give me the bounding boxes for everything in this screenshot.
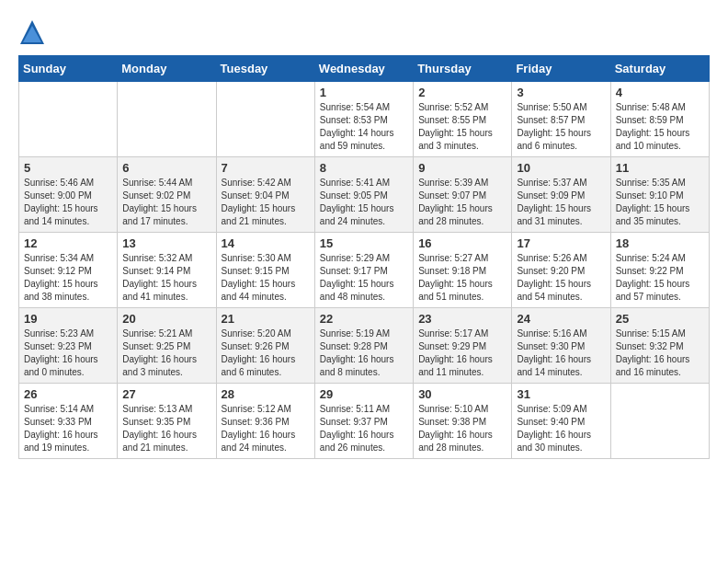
day-info: Sunrise: 5:30 AM Sunset: 9:15 PM Dayligh… bbox=[222, 252, 310, 304]
day-number: 3 bbox=[517, 86, 605, 99]
calendar-header-row: SundayMondayTuesdayWednesdayThursdayFrid… bbox=[19, 56, 710, 82]
day-info: Sunrise: 5:26 AM Sunset: 9:20 PM Dayligh… bbox=[517, 252, 605, 304]
calendar-cell bbox=[216, 82, 314, 157]
logo-icon bbox=[18, 18, 46, 46]
calendar-cell: 24Sunrise: 5:16 AM Sunset: 9:30 PM Dayli… bbox=[512, 308, 610, 384]
day-number: 29 bbox=[320, 387, 408, 401]
calendar-week-row: 26Sunrise: 5:14 AM Sunset: 9:33 PM Dayli… bbox=[19, 384, 710, 459]
day-info: Sunrise: 5:52 AM Sunset: 8:55 PM Dayligh… bbox=[418, 101, 506, 153]
calendar-cell: 28Sunrise: 5:12 AM Sunset: 9:36 PM Dayli… bbox=[216, 384, 314, 459]
day-info: Sunrise: 5:50 AM Sunset: 8:57 PM Dayligh… bbox=[517, 101, 605, 153]
day-number: 4 bbox=[616, 86, 704, 99]
calendar-cell bbox=[118, 82, 216, 157]
calendar-table: SundayMondayTuesdayWednesdayThursdayFrid… bbox=[18, 55, 710, 459]
calendar-cell: 23Sunrise: 5:17 AM Sunset: 9:29 PM Dayli… bbox=[414, 308, 512, 384]
day-number: 6 bbox=[122, 161, 210, 175]
day-number: 2 bbox=[418, 86, 506, 99]
day-number: 1 bbox=[320, 86, 408, 99]
col-header-monday: Monday bbox=[118, 56, 216, 82]
calendar-cell: 9Sunrise: 5:39 AM Sunset: 9:07 PM Daylig… bbox=[414, 157, 512, 233]
day-info: Sunrise: 5:35 AM Sunset: 9:10 PM Dayligh… bbox=[616, 177, 704, 228]
calendar-cell bbox=[19, 82, 118, 157]
col-header-friday: Friday bbox=[512, 56, 610, 82]
calendar-week-row: 5Sunrise: 5:46 AM Sunset: 9:00 PM Daylig… bbox=[19, 157, 710, 233]
day-number: 12 bbox=[24, 236, 112, 250]
calendar-cell bbox=[610, 384, 709, 459]
day-number: 25 bbox=[616, 312, 704, 326]
calendar-cell: 12Sunrise: 5:34 AM Sunset: 9:12 PM Dayli… bbox=[19, 233, 118, 308]
calendar-cell: 6Sunrise: 5:44 AM Sunset: 9:02 PM Daylig… bbox=[118, 157, 216, 233]
day-number: 15 bbox=[320, 236, 408, 250]
day-info: Sunrise: 5:42 AM Sunset: 9:04 PM Dayligh… bbox=[222, 177, 310, 228]
day-number: 28 bbox=[222, 387, 310, 401]
calendar-cell: 19Sunrise: 5:23 AM Sunset: 9:23 PM Dayli… bbox=[19, 308, 118, 384]
day-info: Sunrise: 5:16 AM Sunset: 9:30 PM Dayligh… bbox=[517, 327, 605, 379]
day-number: 13 bbox=[122, 236, 210, 250]
day-number: 7 bbox=[222, 161, 310, 175]
col-header-wednesday: Wednesday bbox=[314, 56, 413, 82]
calendar-cell: 15Sunrise: 5:29 AM Sunset: 9:17 PM Dayli… bbox=[314, 233, 413, 308]
day-number: 21 bbox=[222, 312, 310, 326]
day-info: Sunrise: 5:12 AM Sunset: 9:36 PM Dayligh… bbox=[222, 403, 310, 454]
calendar-cell: 31Sunrise: 5:09 AM Sunset: 9:40 PM Dayli… bbox=[512, 384, 610, 459]
day-number: 24 bbox=[517, 312, 605, 326]
calendar-cell: 25Sunrise: 5:15 AM Sunset: 9:32 PM Dayli… bbox=[610, 308, 709, 384]
day-number: 9 bbox=[418, 161, 506, 175]
day-info: Sunrise: 5:27 AM Sunset: 9:18 PM Dayligh… bbox=[418, 252, 506, 304]
day-info: Sunrise: 5:34 AM Sunset: 9:12 PM Dayligh… bbox=[24, 252, 112, 304]
day-info: Sunrise: 5:11 AM Sunset: 9:37 PM Dayligh… bbox=[320, 403, 408, 454]
day-number: 5 bbox=[24, 161, 112, 175]
calendar-cell: 2Sunrise: 5:52 AM Sunset: 8:55 PM Daylig… bbox=[414, 82, 512, 157]
day-info: Sunrise: 5:17 AM Sunset: 9:29 PM Dayligh… bbox=[418, 327, 506, 379]
day-info: Sunrise: 5:24 AM Sunset: 9:22 PM Dayligh… bbox=[616, 252, 704, 304]
calendar-cell: 3Sunrise: 5:50 AM Sunset: 8:57 PM Daylig… bbox=[512, 82, 610, 157]
day-info: Sunrise: 5:09 AM Sunset: 9:40 PM Dayligh… bbox=[517, 403, 605, 454]
day-number: 8 bbox=[320, 161, 408, 175]
col-header-thursday: Thursday bbox=[414, 56, 512, 82]
calendar-cell: 14Sunrise: 5:30 AM Sunset: 9:15 PM Dayli… bbox=[216, 233, 314, 308]
calendar-cell: 7Sunrise: 5:42 AM Sunset: 9:04 PM Daylig… bbox=[216, 157, 314, 233]
calendar-cell: 16Sunrise: 5:27 AM Sunset: 9:18 PM Dayli… bbox=[414, 233, 512, 308]
calendar-cell: 30Sunrise: 5:10 AM Sunset: 9:38 PM Dayli… bbox=[414, 384, 512, 459]
day-number: 10 bbox=[517, 161, 605, 175]
day-info: Sunrise: 5:14 AM Sunset: 9:33 PM Dayligh… bbox=[24, 403, 112, 454]
day-info: Sunrise: 5:13 AM Sunset: 9:35 PM Dayligh… bbox=[122, 403, 210, 454]
day-info: Sunrise: 5:41 AM Sunset: 9:05 PM Dayligh… bbox=[320, 177, 408, 228]
calendar-cell: 4Sunrise: 5:48 AM Sunset: 8:59 PM Daylig… bbox=[610, 82, 709, 157]
day-number: 30 bbox=[418, 387, 506, 401]
day-number: 20 bbox=[122, 312, 210, 326]
day-number: 19 bbox=[24, 312, 112, 326]
day-info: Sunrise: 5:20 AM Sunset: 9:26 PM Dayligh… bbox=[222, 327, 310, 379]
calendar-cell: 21Sunrise: 5:20 AM Sunset: 9:26 PM Dayli… bbox=[216, 308, 314, 384]
calendar-cell: 22Sunrise: 5:19 AM Sunset: 9:28 PM Dayli… bbox=[314, 308, 413, 384]
col-header-tuesday: Tuesday bbox=[216, 56, 314, 82]
day-info: Sunrise: 5:54 AM Sunset: 8:53 PM Dayligh… bbox=[320, 101, 408, 153]
calendar-cell: 26Sunrise: 5:14 AM Sunset: 9:33 PM Dayli… bbox=[19, 384, 118, 459]
logo bbox=[18, 18, 50, 46]
day-info: Sunrise: 5:39 AM Sunset: 9:07 PM Dayligh… bbox=[418, 177, 506, 228]
calendar-cell: 29Sunrise: 5:11 AM Sunset: 9:37 PM Dayli… bbox=[314, 384, 413, 459]
day-info: Sunrise: 5:21 AM Sunset: 9:25 PM Dayligh… bbox=[122, 327, 210, 379]
day-info: Sunrise: 5:32 AM Sunset: 9:14 PM Dayligh… bbox=[122, 252, 210, 304]
calendar-cell: 27Sunrise: 5:13 AM Sunset: 9:35 PM Dayli… bbox=[118, 384, 216, 459]
calendar-cell: 18Sunrise: 5:24 AM Sunset: 9:22 PM Dayli… bbox=[610, 233, 709, 308]
page-header bbox=[18, 18, 710, 46]
day-info: Sunrise: 5:29 AM Sunset: 9:17 PM Dayligh… bbox=[320, 252, 408, 304]
calendar-cell: 11Sunrise: 5:35 AM Sunset: 9:10 PM Dayli… bbox=[610, 157, 709, 233]
day-info: Sunrise: 5:10 AM Sunset: 9:38 PM Dayligh… bbox=[418, 403, 506, 454]
day-number: 27 bbox=[122, 387, 210, 401]
calendar-cell: 5Sunrise: 5:46 AM Sunset: 9:00 PM Daylig… bbox=[19, 157, 118, 233]
day-number: 17 bbox=[517, 236, 605, 250]
day-number: 14 bbox=[222, 236, 310, 250]
day-info: Sunrise: 5:46 AM Sunset: 9:00 PM Dayligh… bbox=[24, 177, 112, 228]
day-info: Sunrise: 5:23 AM Sunset: 9:23 PM Dayligh… bbox=[24, 327, 112, 379]
day-number: 16 bbox=[418, 236, 506, 250]
calendar-cell: 8Sunrise: 5:41 AM Sunset: 9:05 PM Daylig… bbox=[314, 157, 413, 233]
day-info: Sunrise: 5:44 AM Sunset: 9:02 PM Dayligh… bbox=[122, 177, 210, 228]
calendar-cell: 10Sunrise: 5:37 AM Sunset: 9:09 PM Dayli… bbox=[512, 157, 610, 233]
calendar-cell: 13Sunrise: 5:32 AM Sunset: 9:14 PM Dayli… bbox=[118, 233, 216, 308]
calendar-week-row: 19Sunrise: 5:23 AM Sunset: 9:23 PM Dayli… bbox=[19, 308, 710, 384]
day-info: Sunrise: 5:19 AM Sunset: 9:28 PM Dayligh… bbox=[320, 327, 408, 379]
day-number: 22 bbox=[320, 312, 408, 326]
calendar-week-row: 1Sunrise: 5:54 AM Sunset: 8:53 PM Daylig… bbox=[19, 82, 710, 157]
